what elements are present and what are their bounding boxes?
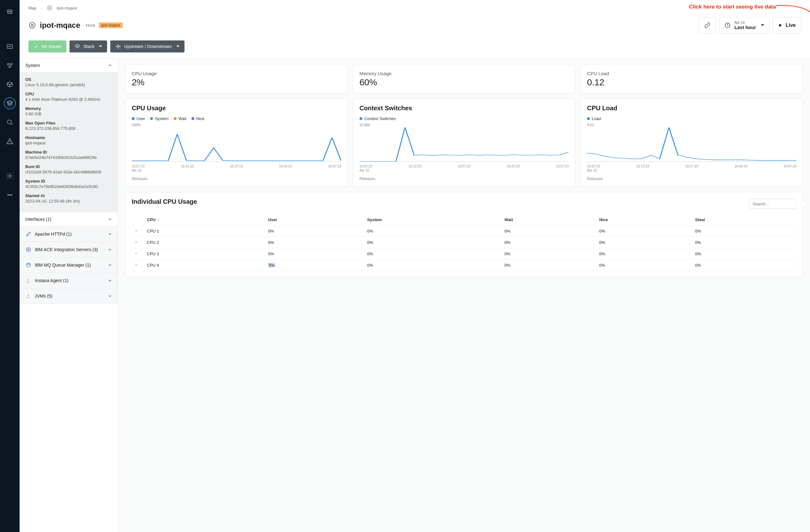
stack-icon[interactable] <box>4 97 16 109</box>
alert-icon[interactable] <box>4 135 16 147</box>
dashboard-icon[interactable] <box>4 41 16 52</box>
column-header[interactable]: Nice <box>597 214 693 226</box>
x-tick: 15:57:23 <box>132 164 145 168</box>
breadcrumb-leaf[interactable]: ipot-mqace <box>57 6 77 11</box>
legend-dot <box>150 117 153 120</box>
svg-point-6 <box>9 66 11 68</box>
analyze-icon[interactable] <box>4 116 16 128</box>
kv-label: Started At <box>25 193 112 198</box>
kpi-value: 60% <box>359 77 569 87</box>
kpi-label: Memory Usage <box>359 71 569 76</box>
svg-point-19 <box>118 47 119 48</box>
column-header[interactable]: Steal <box>693 214 796 226</box>
expand-row-icon[interactable] <box>132 225 144 237</box>
legend-item[interactable]: System <box>150 116 168 121</box>
svg-point-10 <box>10 195 11 196</box>
releases-label[interactable]: Releases <box>587 177 796 181</box>
check-icon <box>33 44 38 49</box>
link-button[interactable] <box>699 17 716 33</box>
settings-icon[interactable] <box>4 170 16 182</box>
chart-title: CPU Usage <box>132 104 341 112</box>
svg-point-9 <box>7 195 9 196</box>
table-row[interactable]: CPU 20%0%0%0%0% <box>132 237 796 248</box>
column-header[interactable]: System <box>364 214 502 226</box>
section-label: IBM MQ Queue Manager (1) <box>35 262 91 268</box>
chevron-up-icon <box>108 63 112 68</box>
services-icon[interactable] <box>4 59 16 71</box>
side-section[interactable]: Instana Agent (1) <box>20 273 118 288</box>
column-header[interactable]: User <box>266 214 365 226</box>
chevron-down-icon <box>761 24 764 26</box>
releases-label[interactable]: Releases <box>359 177 569 181</box>
system-section-header[interactable]: System <box>20 59 118 72</box>
side-section[interactable]: Apache HTTPd (1) <box>20 226 118 242</box>
kv-label: Memory <box>25 106 112 111</box>
host-badge[interactable]: ipot-mqace <box>99 22 123 28</box>
x-tick: 16:27:23 <box>230 164 243 168</box>
breadcrumb: Map › ipot-mqace <box>29 5 801 11</box>
svg-point-18 <box>118 45 119 46</box>
expand-row-icon[interactable] <box>132 248 144 259</box>
legend-item[interactable]: Load <box>587 116 601 121</box>
x-tick: 16:57:23 <box>328 164 341 168</box>
kpi-label: CPU Load <box>587 71 796 76</box>
column-header[interactable]: CPU↑ <box>144 214 266 226</box>
table-row[interactable]: CPU 45%0%0%0%0% <box>132 259 796 271</box>
kv-label: Machine ID <box>25 150 112 155</box>
box-icon[interactable] <box>4 78 16 90</box>
x-tick: 15:57:23 <box>359 164 372 168</box>
table-row[interactable]: CPU 10%0%0%0%0% <box>132 225 796 237</box>
x-tick: 16:42:23 <box>734 164 747 168</box>
sort-arrow-icon: ↑ <box>157 218 159 222</box>
legend-item[interactable]: Wait <box>174 116 187 121</box>
upstream-downstream-button[interactable]: Upstream / Downstream <box>110 41 184 52</box>
clock-icon <box>724 22 731 29</box>
stack-button[interactable]: Stack <box>69 41 107 52</box>
breadcrumb-root[interactable]: Map <box>29 6 36 11</box>
svg-point-2 <box>11 11 11 12</box>
kv-value: Linux 5.15.0-69-generic (amd64) <box>25 82 112 87</box>
releases-label[interactable]: Releases <box>132 177 341 181</box>
page-subtitle: Host <box>86 23 95 28</box>
expand-row-icon[interactable] <box>132 237 144 248</box>
page-title: ipot-mqace <box>40 21 80 30</box>
kpi-label: CPU Usage <box>132 71 341 76</box>
chevron-down-icon <box>108 263 112 267</box>
legend-item[interactable]: User <box>132 116 145 121</box>
chevron-down-icon <box>176 46 179 47</box>
svg-point-4 <box>7 64 10 65</box>
cpu-load-chart-card: CPU Load Load 6.52 15:57:2316:12:2316:27… <box>580 99 803 187</box>
side-section[interactable]: Interfaces (1) <box>20 212 118 226</box>
kpi-card: Memory Usage60% <box>353 65 576 94</box>
dashboard: CPU Usage2%Memory Usage60%CPU Load0.12 C… <box>118 59 810 532</box>
more-icon[interactable] <box>4 189 16 201</box>
section-label: Apache HTTPd (1) <box>35 231 72 237</box>
expand-row-icon[interactable] <box>132 259 144 271</box>
no-issues-button[interactable]: No Issues <box>29 41 66 52</box>
host-icon <box>47 5 52 11</box>
search-input[interactable] <box>749 199 796 209</box>
column-header[interactable]: Wait <box>502 214 597 226</box>
section-label: Instana Agent (1) <box>35 278 68 283</box>
chevron-down-icon <box>108 278 112 283</box>
card-title: Individual CPU Usage <box>132 198 197 205</box>
side-panel: System OSLinux 5.15.0-69-generic (amd64)… <box>20 59 118 532</box>
x-tick: 15:57:23 <box>587 164 600 168</box>
legend-item[interactable]: Context Switches <box>359 116 396 121</box>
side-section[interactable]: IBM MQ Queue Manager (1) <box>20 257 118 273</box>
kv-value: cf101b0f-5676-42a0-910e-b0c4986b8b09 <box>25 170 112 174</box>
kv-value: 42353c7e76b952de82936b6d2e2c9180 <box>25 184 112 189</box>
y-max: 22,000 <box>359 123 569 127</box>
chevron-right-icon: › <box>41 6 42 11</box>
side-section[interactable]: IBM ACE Integration Servers (3) <box>20 242 118 257</box>
time-range-picker[interactable]: Apr 10 Last hour <box>719 17 770 33</box>
legend-item[interactable]: Nice <box>192 116 205 121</box>
table-row[interactable]: CPU 30%0%0%0%0% <box>132 248 796 259</box>
kv-label: System ID <box>25 179 112 183</box>
kv-label: Boot ID <box>25 164 112 169</box>
chevron-down-icon <box>108 294 112 298</box>
kv-value: 9,223,372,036,854,775,808 <box>25 126 112 131</box>
kpi-value: 0.12 <box>587 77 796 87</box>
logo-icon[interactable] <box>4 6 16 18</box>
side-section[interactable]: JVMs (5) <box>20 288 118 304</box>
